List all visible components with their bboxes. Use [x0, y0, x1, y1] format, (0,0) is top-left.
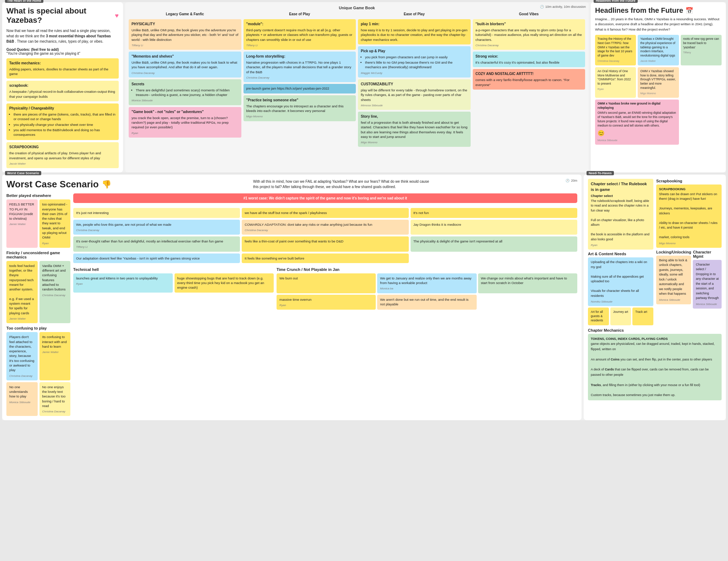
list-item: SCRAPBOOKING Sheets can be drawn on!! Pu… [656, 185, 722, 248]
heart-subtitle: Now that we have all read the rules and … [6, 28, 119, 44]
heart-stickies: Tactile mechanics: Adding papers, sticke… [6, 58, 119, 168]
list-item: scrapbook: A keepsake / physical record-… [6, 81, 119, 101]
wc-center-stickies: It's just not interesting we have all th… [73, 208, 577, 263]
worst-case-box: #1 worst case: We didn't capture the spi… [73, 193, 577, 203]
good-quotes: Good Quotes: (feel free to add) "You're … [6, 48, 119, 55]
list-item: Art for all guests & residents [588, 308, 609, 325]
wc-content: Better played elsewhere FEELS BETTER TO … [6, 193, 577, 416]
list-item: Physicality / Changeability there are pi… [6, 103, 119, 140]
worst-panel: Worst Case Scenario Worst Case Scenario … [2, 175, 582, 420]
ugb-col-ease: Ease of Play "module": third-party conte… [243, 12, 356, 147]
scrapbooking-nth-section: Scrapbooking SCRAPBOOKING Sheets can be … [656, 179, 722, 248]
ugb-area: Unique Game Book 🕐 10m activity, 10m dis… [125, 2, 589, 172]
clock-icon: 🕐 [540, 5, 544, 9]
bottom-section: Worst Case Scenario Worst Case Scenario … [2, 175, 726, 420]
list-item: It's not fun [411, 208, 577, 218]
heart-icon: ♥ [115, 12, 119, 20]
list-item: Long-form storytelling: Narrative progre… [243, 52, 356, 82]
list-item: we have all the stuff but none of the sp… [242, 208, 408, 218]
list-item: "Game book" - not "rules" or "adventures… [129, 107, 241, 138]
list-item: feels like a thin-coat of paint over som… [242, 236, 408, 251]
too-confusing-section: Too confusing to play Players don't feel… [6, 326, 70, 416]
wc-bottom-sections: Technical hell launches great and kitten… [73, 267, 577, 310]
list-item: OMM x Yazebas broke new ground in digita… [595, 100, 679, 145]
chapter-mechanics-section: Chapter Mechanics TOKENS, COINS, INDEX C… [588, 328, 722, 400]
list-item: Being able to lock & unlock chapters, gu… [656, 256, 691, 304]
list-item: Tracing the History of the Next Gen TTRP… [595, 35, 636, 65]
list-item: pre-launch game jam https://itch.io/jam/… [243, 84, 356, 94]
list-item: Journey art [610, 308, 631, 325]
heart-title: What is special about Yazebas? ♥ [6, 6, 119, 25]
nth-col-2: Scrapbooking SCRAPBOOKING Sheets can be … [656, 179, 722, 325]
list-item: It's just not interesting [73, 208, 240, 218]
list-item: We change our minds about what's importa… [478, 273, 577, 293]
nth-label: Need-To-Haves [587, 171, 614, 175]
list-item: play 1 min: how easy it is to try 1 sess… [358, 19, 471, 44]
list-item: Uploading all the chapters into a wiki o… [588, 257, 653, 306]
list-item: We, people who love this game, are not p… [73, 220, 240, 235]
list-item: COZY AND NOSTALGIC ARTTTTT! comes with a… [473, 69, 585, 90]
top-section: The Heart of the Home What is special ab… [2, 2, 726, 172]
list-item: launches great and kittens in two years … [73, 273, 173, 293]
list-item: Players don't feel attached to the chara… [6, 332, 38, 380]
technical-section: Technical hell launches great and kitten… [73, 267, 274, 310]
heart-title-text: What is special about Yazebas? [6, 6, 113, 25]
list-item: It feels like something we've built befo… [242, 253, 408, 263]
nth-col-1: Chapter select / The Rulebook is in game… [588, 179, 653, 325]
list-item: No one enjoys the lovely text because it… [39, 382, 71, 416]
nth-col-2-bottom: Locking/Unlocking Being able to lock & u… [656, 250, 722, 309]
calendar-icon: 📅 [685, 7, 693, 15]
list-item: huge showstopping bugs that are hard to … [175, 273, 274, 293]
finicky-section: Finicky / unconsidered game mechanics to… [6, 251, 70, 323]
wc-header: Worst Case Scenario 👎 With all this in m… [6, 179, 577, 190]
headlines-grid: Tracing the History of the Next Gen TTRP… [595, 35, 722, 145]
list-item: The physicality & delight of the game is… [411, 236, 577, 251]
list-item: Tactile mechanics: Adding papers, sticke… [6, 58, 119, 79]
list-item: tools feel hacked together, or like they… [6, 261, 38, 323]
wc-desc: With all this in mind, how can we FAIL a… [253, 179, 431, 189]
ugb-timer: 🕐 10m activity, 10m discussion [540, 5, 586, 9]
ugb-title: Unique Game Book [129, 6, 585, 10]
wc-center: #1 worst case: We didn't capture the spi… [73, 193, 577, 416]
locking-section: Locking/Unlocking Being able to lock & u… [656, 250, 691, 309]
list-item: We burn out [277, 273, 376, 293]
list-item: We get to January and realize only then … [377, 273, 476, 293]
list-item: SCRAPBOOKING the creation of physical ar… [6, 142, 119, 168]
headlines-title: Headlines from the Future 📅 [595, 6, 722, 15]
ugb-columns: Legacy Game & Fanfic PHYSICALITY Unlike … [129, 12, 585, 147]
list-item: Its confusing to interact with and hard … [39, 332, 71, 380]
list-item: CUSTOMIZABILITY play will be different f… [358, 79, 471, 110]
time-crunch-section: Time Crunch / Not Playable in Jan We bur… [277, 267, 577, 310]
list-item: "built-in blorbers" a-p-regen characters… [473, 19, 585, 50]
thumbsdown-icon: 👎 [102, 180, 111, 189]
list-item: massive time overrunRyan [277, 295, 376, 310]
headlines-label: Headlines from the Future [594, 0, 638, 3]
ugb-col-vibes: Good Vibes "built-in blorbers" a-p-regen… [473, 12, 585, 147]
better-elsewhere-section: Better played elsewhere FEELS BETTER TO … [6, 193, 70, 248]
worst-label: Worst Case Scenario [5, 171, 41, 175]
list-item: too opinionated - everyone has their own… [39, 199, 71, 248]
list-item: Pick up & Play you pick from pregen char… [358, 46, 471, 78]
list-item: An Oral History of One More Multiverse a… [595, 67, 636, 98]
list-item: OMM x Yazebas showed how is done, story … [638, 67, 679, 98]
char-mgmt-section: Character Mgmt Character select / Droppi… [693, 250, 722, 309]
nth-panel: Need-To-Haves Chapter select / The Ruleb… [584, 175, 726, 420]
page-wrapper: The Heart of the Home What is special ab… [0, 0, 728, 561]
heart-label: The Heart of the Home [5, 0, 43, 3]
ugb-col-legacy: Legacy Game & Fanfic PHYSICALITY Unlike … [129, 12, 241, 147]
list-item: Jay Dragon thinks it is mediocre [411, 220, 577, 235]
list-item: Yazebas x OMM brought the physical exper… [638, 35, 679, 65]
ugb-col-ease2: Ease of Play play 1 min: how easy it is … [358, 12, 471, 147]
list-item: "Practice being someone else" The chapte… [243, 95, 356, 121]
nth-grid: Chapter select / The Rulebook is in game… [588, 179, 722, 325]
list-item: Secrets There are delightful (and someti… [129, 79, 241, 105]
emoji-icon: 😊 [598, 129, 676, 137]
list-item: COWARDLY ADAPTATION: dont take any risks… [242, 220, 408, 235]
list-item: Our adaptation doesnt feel like 'Yazebas… [73, 253, 240, 263]
list-item: roots of new rpg genre can be traced bac… [681, 35, 722, 65]
wc-left: Better played elsewhere FEELS BETTER TO … [6, 193, 70, 416]
list-item: Strong voice: it's characterful it's coz… [473, 52, 585, 67]
list-item: "Mementos and shelves" Unlike B&B, unlik… [129, 52, 241, 78]
list-item: Story line, feel of a progression that i… [358, 112, 471, 147]
list-item: FEELS BETTER TO PLAY IN FIGIJAM (credit … [6, 199, 38, 248]
